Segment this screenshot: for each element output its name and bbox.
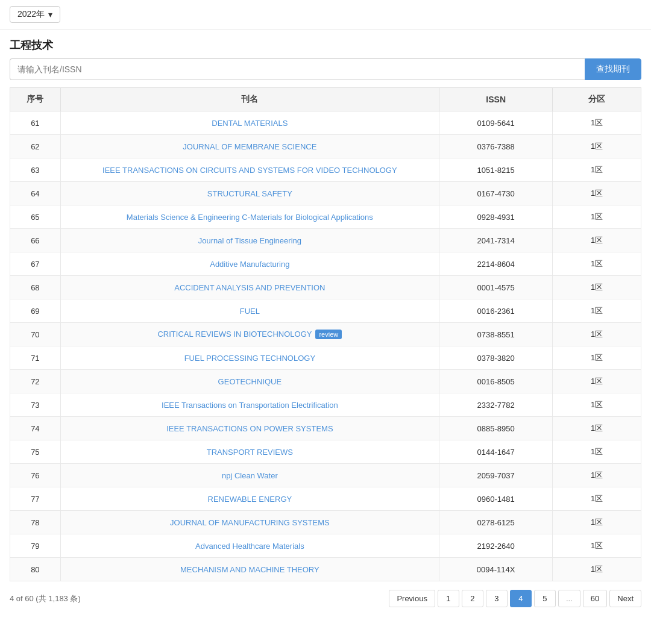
cell-issn: 0016-2361 (439, 299, 552, 323)
table-row: 73IEEE Transactions on Transportation El… (10, 393, 641, 417)
table-row: 72GEOTECHNIQUE0016-85051区 (10, 370, 641, 393)
cell-issn: 0928-4931 (439, 205, 552, 229)
cell-zone: 1区 (553, 135, 641, 158)
pagination-row: 4 of 60 (共 1,183 条) Previous12345...60Ne… (0, 581, 651, 619)
journal-table: 序号 刊名 ISSN 分区 61DENTAL MATERIALS0109-564… (10, 87, 641, 581)
cell-issn: 0001-4575 (439, 276, 552, 299)
cell-issn: 0376-7388 (439, 135, 552, 158)
cell-seq: 68 (10, 276, 61, 299)
cell-journal-name[interactable]: IEEE Transactions on Transportation Elec… (60, 393, 439, 417)
cell-zone: 1区 (553, 464, 641, 487)
cell-issn: 2214-8604 (439, 252, 552, 276)
cell-seq: 78 (10, 511, 61, 534)
table-row: 64STRUCTURAL SAFETY0167-47301区 (10, 182, 641, 205)
cell-issn: 0278-6125 (439, 511, 552, 534)
cell-journal-name[interactable]: CRITICAL REVIEWS IN BIOTECHNOLOGYreview (60, 323, 439, 346)
cell-seq: 67 (10, 252, 61, 276)
table-row: 62JOURNAL OF MEMBRANE SCIENCE0376-73881区 (10, 135, 641, 158)
cell-issn: 0960-1481 (439, 487, 552, 511)
cell-seq: 76 (10, 464, 61, 487)
cell-seq: 63 (10, 158, 61, 182)
cell-zone: 1区 (553, 229, 641, 252)
page-title: 工程技术 (0, 30, 651, 58)
dropdown-icon: ▾ (48, 10, 52, 19)
page-60-button[interactable]: 60 (583, 590, 607, 607)
cell-journal-name[interactable]: IEEE TRANSACTIONS ON CIRCUITS AND SYSTEM… (60, 158, 439, 182)
cell-issn: 2041-7314 (439, 229, 552, 252)
cell-zone: 1区 (553, 158, 641, 182)
cell-zone: 1区 (553, 299, 641, 323)
cell-journal-name[interactable]: FUEL (60, 299, 439, 323)
cell-journal-name[interactable]: STRUCTURAL SAFETY (60, 182, 439, 205)
table-row: 63IEEE TRANSACTIONS ON CIRCUITS AND SYST… (10, 158, 641, 182)
cell-seq: 70 (10, 323, 61, 346)
table-row: 76npj Clean Water2059-70371区 (10, 464, 641, 487)
cell-zone: 1区 (553, 440, 641, 464)
cell-seq: 65 (10, 205, 61, 229)
header-zone: 分区 (553, 88, 641, 111)
table-row: 71FUEL PROCESSING TECHNOLOGY0378-38201区 (10, 346, 641, 370)
search-button[interactable]: 查找期刊 (585, 58, 641, 80)
year-label: 2022年 (17, 9, 45, 20)
prev-page-button[interactable]: Previous (389, 590, 435, 607)
page-3-button[interactable]: 3 (486, 590, 508, 607)
cell-seq: 71 (10, 346, 61, 370)
cell-journal-name[interactable]: Materials Science & Engineering C-Materi… (60, 205, 439, 229)
cell-issn: 0885-8950 (439, 417, 552, 440)
table-row: 67Additive Manufacturing2214-86041区 (10, 252, 641, 276)
cell-zone: 1区 (553, 182, 641, 205)
cell-zone: 1区 (553, 346, 641, 370)
table-row: 74IEEE TRANSACTIONS ON POWER SYSTEMS0885… (10, 417, 641, 440)
page-1-button[interactable]: 1 (438, 590, 459, 607)
cell-journal-name[interactable]: FUEL PROCESSING TECHNOLOGY (60, 346, 439, 370)
cell-seq: 80 (10, 558, 61, 581)
page-2-button[interactable]: 2 (462, 590, 483, 607)
cell-seq: 75 (10, 440, 61, 464)
table-row: 70CRITICAL REVIEWS IN BIOTECHNOLOGYrevie… (10, 323, 641, 346)
cell-journal-name[interactable]: DENTAL MATERIALS (60, 111, 439, 135)
cell-seq: 64 (10, 182, 61, 205)
year-dropdown[interactable]: 2022年 ▾ (10, 6, 60, 23)
cell-zone: 1区 (553, 370, 641, 393)
table-row: 80MECHANISM AND MACHINE THEORY0094-114X1… (10, 558, 641, 581)
table-row: 79Advanced Healthcare Materials2192-2640… (10, 534, 641, 558)
cell-issn: 1051-8215 (439, 158, 552, 182)
cell-journal-name[interactable]: Additive Manufacturing (60, 252, 439, 276)
cell-seq: 74 (10, 417, 61, 440)
cell-journal-name[interactable]: JOURNAL OF MANUFACTURING SYSTEMS (60, 511, 439, 534)
cell-zone: 1区 (553, 511, 641, 534)
pagination-buttons: Previous12345...60Next (389, 590, 641, 607)
cell-issn: 2192-2640 (439, 534, 552, 558)
journal-table-wrapper: 序号 刊名 ISSN 分区 61DENTAL MATERIALS0109-564… (10, 87, 641, 581)
cell-journal-name[interactable]: RENEWABLE ENERGY (60, 487, 439, 511)
cell-zone: 1区 (553, 323, 641, 346)
cell-journal-name[interactable]: ACCIDENT ANALYSIS AND PREVENTION (60, 276, 439, 299)
page-4-button[interactable]: 4 (510, 590, 532, 607)
cell-seq: 62 (10, 135, 61, 158)
page-5-button[interactable]: 5 (534, 590, 556, 607)
cell-journal-name[interactable]: IEEE TRANSACTIONS ON POWER SYSTEMS (60, 417, 439, 440)
header-name: 刊名 (60, 88, 439, 111)
table-row: 75TRANSPORT REVIEWS0144-16471区 (10, 440, 641, 464)
cell-journal-name[interactable]: GEOTECHNIQUE (60, 370, 439, 393)
cell-issn: 0016-8505 (439, 370, 552, 393)
table-header-row: 序号 刊名 ISSN 分区 (10, 88, 641, 111)
cell-zone: 1区 (553, 417, 641, 440)
cell-journal-name[interactable]: Advanced Healthcare Materials (60, 534, 439, 558)
cell-journal-name[interactable]: JOURNAL OF MEMBRANE SCIENCE (60, 135, 439, 158)
cell-journal-name[interactable]: npj Clean Water (60, 464, 439, 487)
cell-seq: 61 (10, 111, 61, 135)
top-bar: 2022年 ▾ (0, 0, 651, 30)
cell-seq: 77 (10, 487, 61, 511)
next-page-button[interactable]: Next (609, 590, 641, 607)
cell-issn: 0167-4730 (439, 182, 552, 205)
search-input[interactable] (10, 58, 585, 80)
cell-journal-name[interactable]: TRANSPORT REVIEWS (60, 440, 439, 464)
cell-zone: 1区 (553, 276, 641, 299)
ellipsis: ... (558, 590, 580, 607)
table-row: 78JOURNAL OF MANUFACTURING SYSTEMS0278-6… (10, 511, 641, 534)
table-row: 65Materials Science & Engineering C-Mate… (10, 205, 641, 229)
cell-journal-name[interactable]: MECHANISM AND MACHINE THEORY (60, 558, 439, 581)
cell-zone: 1区 (553, 558, 641, 581)
cell-journal-name[interactable]: Journal of Tissue Engineering (60, 229, 439, 252)
